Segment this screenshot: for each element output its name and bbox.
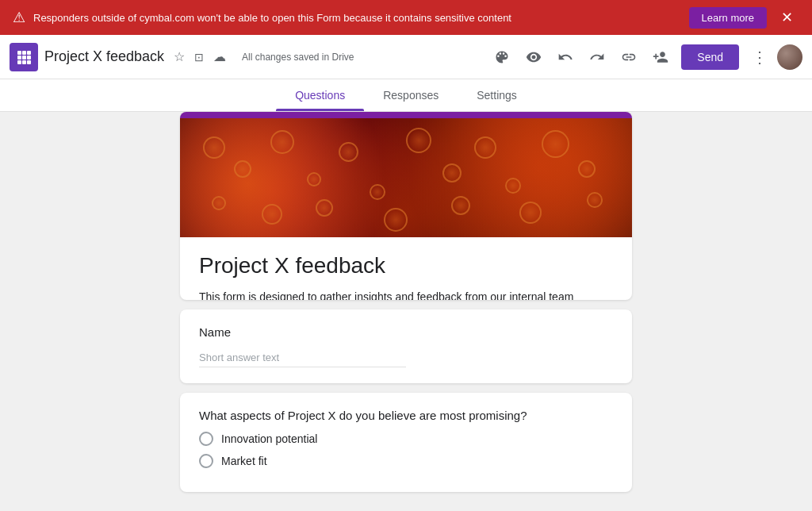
svg-rect-1 — [22, 51, 26, 55]
bokeh-circle — [519, 202, 542, 224]
radio-label-market-fit: Market fit — [221, 455, 267, 467]
radio-option-market-fit[interactable]: Market fit — [199, 454, 613, 468]
bokeh-circle — [578, 160, 596, 178]
radio-circle-innovation[interactable] — [199, 432, 213, 446]
bokeh-circle — [316, 199, 333, 217]
avatar[interactable] — [777, 44, 802, 70]
svg-rect-7 — [22, 60, 26, 64]
warning-text: Responders outside of cymbal.com won't b… — [33, 12, 681, 24]
radio-label-innovation: Innovation potential — [221, 432, 317, 445]
main-content: Project X feedback This form is designed… — [0, 112, 812, 508]
bokeh-circle — [384, 208, 408, 232]
svg-rect-6 — [17, 60, 21, 64]
star-icon[interactable]: ☆ — [170, 46, 188, 67]
bokeh-circle — [370, 184, 385, 200]
warning-icon: ⚠ — [13, 9, 25, 26]
close-warning-button[interactable]: ✕ — [775, 6, 799, 29]
radio-option-innovation[interactable]: Innovation potential — [199, 432, 613, 446]
hero-image — [180, 118, 632, 237]
tab-settings[interactable]: Settings — [458, 79, 536, 111]
bokeh-circle — [339, 142, 358, 162]
preview-icon[interactable] — [519, 43, 548, 71]
description-plain: This form is designed to gather insights… — [199, 290, 573, 300]
palette-icon[interactable] — [488, 43, 516, 71]
more-options-icon[interactable]: ⋮ — [745, 43, 774, 71]
question-label-name: Name — [199, 325, 613, 339]
header-left: Project X feedback ☆ ⊡ ☁ All changes sav… — [10, 43, 481, 71]
form-main-title: Project X feedback — [199, 253, 613, 279]
question-label-aspects: What aspects of Project X do you believe… — [199, 409, 613, 422]
cloud-icon[interactable]: ☁ — [210, 46, 229, 67]
form-title-section: Project X feedback This form is designed… — [180, 237, 632, 300]
form-description: This form is designed to gather insights… — [199, 288, 613, 300]
grid-menu-icon[interactable] — [10, 43, 38, 71]
bokeh-circle — [542, 130, 569, 158]
svg-rect-0 — [17, 51, 21, 55]
bokeh-circle — [270, 130, 294, 154]
undo-icon[interactable] — [551, 43, 580, 71]
add-collaborator-icon[interactable] — [646, 43, 675, 71]
tab-responses[interactable]: Responses — [364, 79, 458, 111]
bokeh-circle — [587, 192, 603, 208]
bokeh-circle — [505, 178, 521, 194]
svg-rect-4 — [22, 56, 26, 60]
warning-banner: ⚠ Responders outside of cymbal.com won't… — [0, 0, 812, 35]
bokeh-circle — [406, 128, 431, 153]
radio-circle-market-fit[interactable] — [199, 454, 213, 468]
learn-more-button[interactable]: Learn more — [689, 7, 767, 29]
redo-icon[interactable] — [583, 43, 611, 71]
avatar-image — [777, 44, 802, 70]
form-header-card: Project X feedback This form is designed… — [180, 112, 632, 300]
bokeh-circle — [474, 136, 496, 159]
short-answer-placeholder: Short answer text — [199, 348, 406, 367]
svg-rect-8 — [27, 60, 31, 64]
bokeh-circle — [451, 196, 470, 215]
bokeh-circle — [307, 172, 321, 186]
question-card-aspects: What aspects of Project X do you believe… — [180, 393, 632, 492]
tabs-bar: Questions Responses Settings — [0, 79, 812, 112]
send-button[interactable]: Send — [681, 44, 739, 70]
hero-bokeh — [180, 118, 632, 237]
bokeh-circle — [262, 204, 282, 225]
folder-icon[interactable]: ⊡ — [191, 48, 207, 67]
header-right: Send ⋮ — [488, 43, 802, 71]
header: Project X feedback ☆ ⊡ ☁ All changes sav… — [0, 35, 812, 79]
form-title: Project X feedback — [44, 48, 164, 65]
svg-rect-2 — [27, 51, 31, 55]
tab-questions[interactable]: Questions — [276, 79, 364, 111]
bokeh-circle — [442, 163, 462, 182]
question-card-name: Name Short answer text — [180, 309, 632, 383]
svg-rect-3 — [17, 56, 21, 60]
header-meta-icons: ☆ ⊡ ☁ — [170, 46, 229, 67]
bokeh-circle — [203, 136, 225, 159]
bokeh-circle — [234, 160, 251, 178]
bokeh-circle — [212, 196, 226, 210]
link-icon[interactable] — [615, 43, 643, 71]
save-status: All changes saved in Drive — [242, 52, 354, 63]
svg-rect-5 — [27, 56, 31, 60]
